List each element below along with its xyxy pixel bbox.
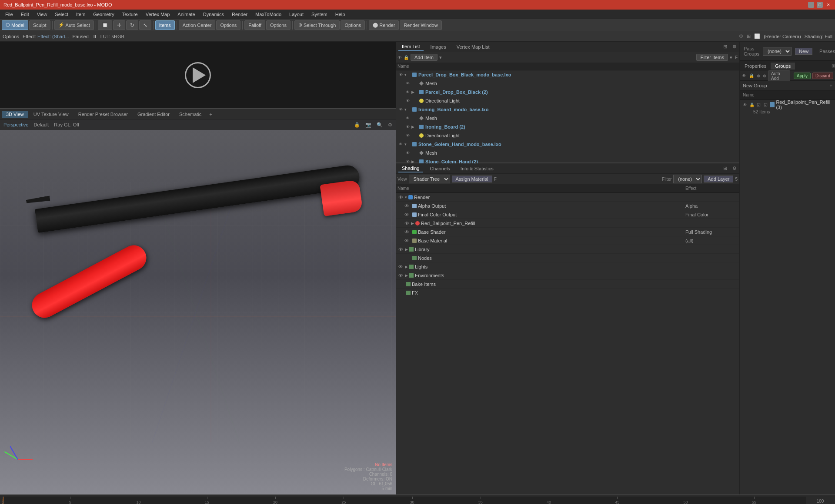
add-tab-btn[interactable]: + [207,111,214,118]
add-item-btn[interactable]: Add Item [411,54,438,61]
items-btn[interactable]: Items [155,20,175,30]
shader-item-alpha[interactable]: 👁 Alpha Output Alpha [396,202,739,210]
expand-icon[interactable]: ▾ [404,107,411,112]
props-expand-icon[interactable]: ⊞ [832,63,835,68]
viewport-3d[interactable]: Perspective Default Ray GL: Off 🔒 📷 🔍 ⚙ [0,119,396,494]
item-panel-expand-icon[interactable]: ⊞ [723,44,727,50]
vis-toggle[interactable]: 👁 [397,264,404,270]
falloff-options-btn[interactable]: Options [266,20,291,30]
close-btn[interactable]: ✕ [825,2,832,8]
list-item[interactable]: 👁 Directional Light [396,131,739,140]
tab-item-list[interactable]: Item List [398,43,424,51]
menu-vertexmap[interactable]: Vertex Map [142,11,174,18]
menu-item[interactable]: Item [73,11,89,18]
menu-maxtomodo[interactable]: MaxToModo [252,11,285,18]
move-btn[interactable]: ✛ [113,20,125,30]
expand-icon[interactable]: ▶ [411,90,418,94]
expand-icon[interactable]: ▾ [404,142,411,146]
menu-view[interactable]: View [33,11,51,18]
menu-file[interactable]: File [2,11,17,18]
vis-toggle[interactable]: 👁 [404,220,410,226]
tab-shading[interactable]: Shading [398,165,423,172]
list-item[interactable]: 👁 Directional Light [396,96,739,105]
tab-groups[interactable]: Groups [771,63,795,70]
shader-item-finalcolor[interactable]: 👁 Final Color Output Final Color [396,210,739,219]
vis-toggle[interactable]: 👁 [742,102,748,108]
mode-sculpt-btn[interactable]: Sculpt [29,20,50,30]
menu-layout[interactable]: Layout [286,11,307,18]
vis-toggle[interactable]: 👁 [404,89,411,95]
tab-info-statistics[interactable]: Info & Statistics [457,165,497,172]
vis-toggle[interactable]: 👁 [404,203,410,209]
menu-animate[interactable]: Animate [174,11,198,18]
action-center-btn[interactable]: Action Center [179,20,216,30]
vis-toggle[interactable]: 👁 [404,80,411,86]
add-layer-btn[interactable]: Add Layer [704,176,733,182]
tab-3d-view[interactable]: 3D View [2,111,28,118]
filter-dropdown[interactable]: (none) [673,175,702,183]
vp-maximize-icon[interactable]: ⬜ [754,33,760,39]
maximize-btn[interactable]: □ [817,2,823,8]
expand-icon[interactable]: ▶ [411,221,414,225]
tab-vertex-map-list[interactable]: Vertex Map List [453,43,493,50]
shader-item-base-shader[interactable]: 👁 Base Shader Full Shading [396,228,739,236]
sym-options-btn[interactable]: Options [341,20,365,30]
shader-item-library[interactable]: 👁 ▶ Library [396,245,739,254]
vis-toggle[interactable]: 👁 [404,229,410,235]
expand-icon[interactable]: ▶ [405,273,408,278]
apply-btn[interactable]: Apply [794,73,811,79]
filter-items-btn[interactable]: Filter Items [696,54,728,61]
discard-btn[interactable]: Discard [812,73,833,79]
shader-expand-icon[interactable]: ⊞ [723,166,727,171]
list-item[interactable]: 👁 Mesh [396,79,739,88]
vis-toggle[interactable]: 👁 [404,150,411,156]
vp-options-icon[interactable]: ⚙ [739,33,743,39]
shader-settings-icon[interactable]: ⚙ [732,166,737,171]
vis-toggle[interactable]: 👁 [404,238,410,244]
tab-channels[interactable]: Channels [426,165,453,172]
vis-toggle[interactable]: 👁 [397,106,404,113]
play-button[interactable] [185,62,211,88]
vp-layout-icon[interactable]: ⊞ [747,33,751,39]
vp-search-icon[interactable]: 🔍 [377,122,383,128]
rotate-btn[interactable]: ↻ [126,20,138,30]
timeline-ruler[interactable]: // Render timeline marks inline via JS 0… [2,497,806,504]
tab-gradient-editor[interactable]: Gradient Editor [133,111,174,118]
pass-new-btn[interactable]: New [795,48,812,55]
mode-model-btn[interactable]: ⬡ Model [2,20,28,30]
list-item[interactable]: 👁 Mesh [396,114,739,123]
menu-render[interactable]: Render [228,11,251,18]
shader-item-lights[interactable]: 👁 ▶ Lights [396,262,739,271]
vis-toggle[interactable]: 👁 [397,272,404,279]
render-btn[interactable]: ⬤ Render [369,20,399,30]
expand-icon[interactable]: ▶ [405,265,408,269]
auto-add-btn[interactable]: Auto Add [768,70,790,82]
menu-dynamics[interactable]: Dynamics [200,11,227,18]
expand-icon[interactable]: ▶ [411,125,418,129]
shader-item-fx[interactable]: 👁 FX [396,288,739,297]
vis-toggle[interactable]: 👁 [404,212,410,218]
shader-item-render[interactable]: 👁 ▾ Render [396,193,739,202]
menu-select[interactable]: Select [51,11,72,18]
menu-texture[interactable]: Texture [119,11,141,18]
shader-item-bake[interactable]: 👁 Bake Items [396,280,739,288]
list-item[interactable]: 👁 ▾ Parcel_Drop_Box_Black_modo_base.lxo [396,70,739,79]
menu-geometry[interactable]: Geometry [90,11,117,18]
menu-help[interactable]: Help [332,11,349,18]
check-toggle2[interactable]: ☑ [763,102,768,108]
expand-icon[interactable]: ▶ [405,247,408,252]
add-item-dropdown-icon[interactable]: ▾ [439,55,442,60]
lock-toggle[interactable]: 🔒 [749,102,755,108]
vis-toggle[interactable]: 👁 [397,72,404,78]
vis-toggle[interactable]: 👁 [404,115,411,121]
list-item[interactable]: 👁 ▾ Stone_Golem_Hand_modo_base.lxo [396,140,739,149]
shader-item-environments[interactable]: 👁 ▶ Environments [396,271,739,280]
tab-schematic[interactable]: Schematic [175,111,206,118]
groups-plus-icon[interactable]: + [830,83,832,88]
list-item[interactable]: 👁 🔒 ☑ ☑ Red_Ballpoint_Pen_Refill (3) [740,100,835,109]
vis-toggle[interactable]: 👁 [404,133,411,139]
expand-icon[interactable]: ▾ [405,195,407,199]
pass-groups-dropdown[interactable]: (none) [763,47,792,56]
list-item[interactable]: 👁 ▶ Parcel_Drop_Box_Black (2) [396,88,739,96]
select-through-btn[interactable]: ⊕ Select Through [294,20,340,30]
